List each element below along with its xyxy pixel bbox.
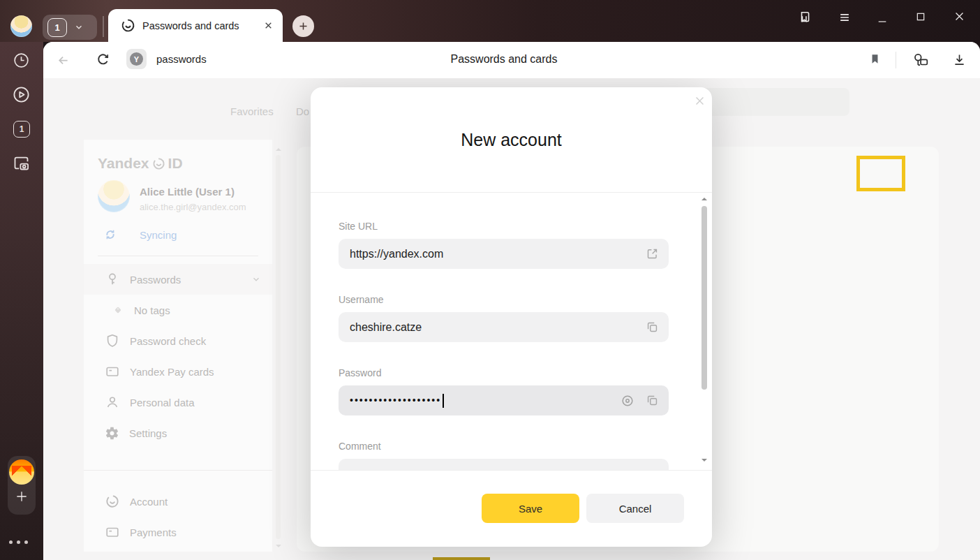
tab-title: Passwords and cards	[142, 20, 264, 31]
comment-label: Comment	[339, 441, 381, 452]
sidebar-item-label: Payments	[130, 526, 177, 538]
tabs-counter-value: 1	[20, 124, 24, 134]
offscreen-highlight-strip	[433, 557, 490, 560]
open-external-link-icon[interactable]	[646, 247, 659, 260]
passwords-key-card-icon[interactable]	[911, 51, 929, 69]
rail-more-dots-icon[interactable]	[7, 534, 30, 547]
bookmark-icon[interactable]	[868, 52, 882, 66]
browser-titlebar: 1 Passwords and cards	[0, 0, 980, 42]
card-icon	[105, 524, 120, 540]
sidebar-item-label: Yandex Pay cards	[130, 366, 214, 378]
smile-account-icon	[105, 494, 120, 509]
sidebar-item-yandex-pay-cards[interactable]: Yandex Pay cards	[84, 356, 272, 387]
chevron-down-icon	[74, 22, 84, 32]
tabbar-divider	[103, 16, 104, 37]
browser-content-shell: Y passwords Passwords and cards Favorite…	[43, 42, 980, 560]
sidebar-item-payments[interactable]: Payments	[84, 517, 272, 547]
yandex-id-smile-icon	[121, 18, 135, 33]
sidebar-item-passwords[interactable]: Passwords	[84, 264, 272, 295]
window-minimize-icon[interactable]	[877, 13, 888, 24]
password-input[interactable]: •••••••••••••••••••	[339, 385, 669, 415]
cancel-button[interactable]: Cancel	[586, 494, 684, 523]
sidebar-item-label: No tags	[134, 304, 170, 316]
tab-group-pill[interactable]: 1	[43, 15, 97, 40]
toolbar-divider	[896, 52, 896, 68]
browser-toolbar: Y passwords Passwords and cards	[43, 42, 980, 78]
site-favicon-badge: Y	[126, 49, 147, 69]
password-value: •••••••••••••••••••	[350, 395, 441, 406]
modal-close-icon[interactable]	[694, 95, 706, 107]
browser-sidebar-rail: 1	[0, 42, 43, 560]
sidebar-item-no-tags[interactable]: No tags	[84, 295, 272, 325]
sidebar-item-settings[interactable]: Settings	[84, 418, 272, 448]
save-button[interactable]: Save	[482, 494, 579, 523]
comment-input[interactable]	[339, 459, 669, 471]
history-clock-icon[interactable]	[13, 52, 30, 69]
window-close-icon[interactable]	[953, 10, 965, 22]
new-tab-button[interactable]	[292, 15, 314, 37]
modal-form-scroll-area: Site URL https://yandex.com Username che…	[311, 192, 712, 471]
pinned-apps-container	[8, 456, 36, 515]
download-icon[interactable]	[952, 52, 967, 67]
browser-window: 1 Passwords and cards	[0, 0, 980, 560]
add-app-plus-icon[interactable]	[15, 489, 29, 503]
copy-icon[interactable]	[646, 320, 659, 334]
passwords-page: Favorites Do on other devices Yandex ID …	[43, 78, 980, 560]
menu-icon[interactable]	[838, 10, 852, 24]
sidebar-divider	[98, 256, 258, 256]
sidebar-item-label: Passwords	[130, 274, 181, 286]
sidebar-item-personal-data[interactable]: Personal data	[84, 387, 272, 418]
user-avatar	[98, 180, 130, 212]
tab-close-icon[interactable]	[264, 21, 273, 30]
plus-icon	[298, 21, 309, 31]
screenshot-camera-icon[interactable]	[12, 154, 31, 172]
brand-yandex: Yandex	[98, 155, 149, 172]
back-arrow-icon[interactable]	[56, 53, 70, 68]
sidebar-divider	[84, 470, 272, 471]
site-url-input[interactable]: https://yandex.com	[339, 239, 669, 269]
person-icon	[105, 395, 120, 410]
tab-group-count-badge: 1	[47, 18, 67, 37]
copy-icon[interactable]	[646, 394, 659, 407]
username-input[interactable]: cheshire.catze	[339, 312, 669, 342]
shield-icon	[105, 333, 120, 348]
window-maximize-icon[interactable]	[915, 11, 926, 22]
key-icon	[105, 272, 120, 287]
tab-passwords-and-cards[interactable]: Passwords and cards	[108, 9, 283, 42]
brand-smile-icon	[152, 157, 165, 170]
side-panel-icon[interactable]	[798, 10, 813, 25]
site-url-value: https://yandex.com	[350, 248, 646, 260]
tag-icon	[112, 304, 124, 316]
modal-scrollbar[interactable]	[700, 193, 708, 468]
sync-icon	[103, 228, 117, 242]
passwords-sidebar-panel: Yandex ID Alice Little (User 1) alice.th…	[84, 140, 272, 552]
sidebar-item-label: Personal data	[130, 397, 195, 408]
profile-avatar[interactable]	[10, 15, 32, 37]
play-media-icon[interactable]	[12, 85, 31, 104]
show-password-eye-icon[interactable]	[621, 394, 634, 408]
yandex-mail-icon[interactable]	[9, 459, 34, 485]
chevron-down-icon	[251, 274, 261, 284]
address-bar-url[interactable]: passwords	[156, 53, 207, 65]
favicon-letter: Y	[130, 52, 143, 66]
sidebar-item-label: Settings	[129, 427, 167, 439]
new-account-modal: New account Site URL https://yandex.com	[311, 87, 712, 547]
page-tab-partial[interactable]: Do	[296, 105, 309, 117]
reload-icon[interactable]	[95, 52, 111, 68]
sidebar-scrollbar[interactable]	[274, 145, 283, 552]
user-name: Alice Little (User 1)	[140, 186, 235, 198]
add-button-highlight	[856, 156, 905, 191]
sidebar-item-label: Password check	[130, 335, 206, 347]
user-email: alice.the.girl@yandex.com	[140, 202, 246, 212]
username-value: cheshire.catze	[350, 321, 646, 334]
yandex-id-logo: Yandex ID	[98, 155, 183, 172]
username-label: Username	[339, 294, 384, 305]
sidebar-item-account[interactable]: Account	[84, 486, 272, 517]
sync-status[interactable]: Syncing	[140, 229, 177, 241]
sidebar-item-password-check[interactable]: Password check	[84, 325, 272, 356]
tabs-counter-icon[interactable]: 1	[13, 121, 30, 138]
modal-title: New account	[311, 130, 712, 150]
page-tab-favorites[interactable]: Favorites	[230, 105, 274, 117]
modal-scrollbar-thumb[interactable]	[701, 206, 707, 390]
sidebar-item-label: Account	[130, 496, 168, 508]
